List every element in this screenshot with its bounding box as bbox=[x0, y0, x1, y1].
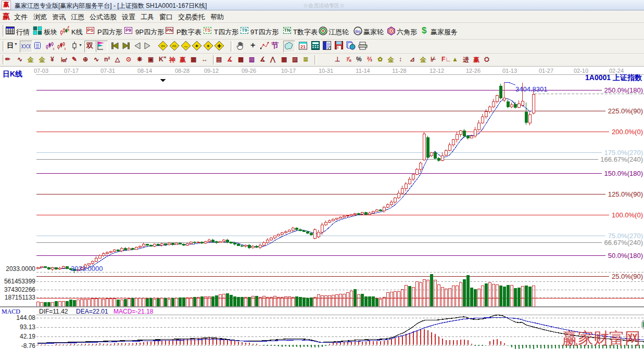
svg-text:✚: ✚ bbox=[217, 43, 221, 49]
svg-text:12-12: 12-12 bbox=[430, 68, 444, 74]
svg-text:21: 21 bbox=[300, 44, 306, 49]
svg-text:125.0%(90): 125.0%(90) bbox=[608, 190, 643, 198]
svg-text:25.0%(90): 25.0%(90) bbox=[612, 273, 643, 280]
svg-text:10-17: 10-17 bbox=[281, 68, 296, 74]
svg-text:3: 3 bbox=[53, 47, 54, 50]
svg-text:Big: Big bbox=[355, 30, 360, 34]
svg-text:09-26: 09-26 bbox=[242, 68, 256, 74]
svg-text:DEA=22.01: DEA=22.01 bbox=[76, 308, 108, 315]
svg-text:144.08: 144.08 bbox=[16, 314, 35, 321]
svg-text:DIF=11.42: DIF=11.42 bbox=[39, 308, 68, 315]
svg-text:3404.8301: 3404.8301 bbox=[515, 85, 547, 93]
svg-text:250.0%(180): 250.0%(180) bbox=[604, 86, 643, 94]
svg-text:08-14: 08-14 bbox=[137, 68, 152, 74]
svg-text:561453399: 561453399 bbox=[4, 278, 35, 285]
svg-text:09-12: 09-12 bbox=[204, 68, 219, 74]
svg-text:50.0%(180): 50.0%(180) bbox=[608, 252, 643, 260]
svg-text:42.19: 42.19 bbox=[20, 333, 35, 340]
svg-text:93.13: 93.13 bbox=[20, 323, 35, 331]
svg-text:08-28: 08-28 bbox=[175, 68, 190, 74]
svg-text:12-26: 12-26 bbox=[466, 68, 481, 74]
svg-text:150.0%(180): 150.0%(180) bbox=[604, 170, 643, 177]
svg-text:187151133: 187151133 bbox=[5, 294, 36, 301]
svg-text:⇨: ⇨ bbox=[172, 43, 176, 49]
svg-text:日K线: 日K线 bbox=[3, 70, 22, 78]
svg-text:-8.76: -8.76 bbox=[21, 342, 36, 349]
svg-text:3: 3 bbox=[64, 47, 66, 50]
svg-text:⇔: ⇔ bbox=[183, 43, 188, 49]
svg-text:1A0001 上证指数: 1A0001 上证指数 bbox=[585, 73, 642, 82]
svg-text:07-03: 07-03 bbox=[34, 68, 48, 74]
svg-text:11-28: 11-28 bbox=[392, 68, 406, 74]
svg-text:225.0%(90): 225.0%(90) bbox=[608, 107, 643, 115]
svg-text:✦: ✦ bbox=[195, 43, 199, 49]
svg-text:赢家财富网: 赢家财富网 bbox=[562, 329, 640, 347]
svg-text:✴: ✴ bbox=[206, 43, 210, 49]
svg-text:MACD=-21.18: MACD=-21.18 bbox=[113, 308, 154, 315]
svg-text:166.67%(240): 166.67%(240) bbox=[600, 155, 643, 163]
svg-text:66.67%(240): 66.67%(240) bbox=[604, 239, 643, 247]
svg-text:374302266: 374302266 bbox=[4, 286, 35, 293]
svg-text:⇦: ⇦ bbox=[161, 43, 165, 49]
svg-text:07-31: 07-31 bbox=[100, 68, 115, 74]
svg-text:01-27: 01-27 bbox=[539, 68, 553, 74]
svg-text:07-17: 07-17 bbox=[64, 68, 79, 74]
svg-text:01-13: 01-13 bbox=[502, 68, 517, 74]
svg-text:11-14: 11-14 bbox=[356, 68, 370, 74]
svg-text:2033.0000: 2033.0000 bbox=[71, 265, 103, 273]
svg-text:10-31: 10-31 bbox=[319, 68, 333, 74]
svg-text:100.0%(0): 100.0%(0) bbox=[612, 211, 643, 219]
svg-text:200.0%(0): 200.0%(0) bbox=[612, 128, 643, 136]
svg-text:2033.0000: 2033.0000 bbox=[6, 265, 35, 273]
